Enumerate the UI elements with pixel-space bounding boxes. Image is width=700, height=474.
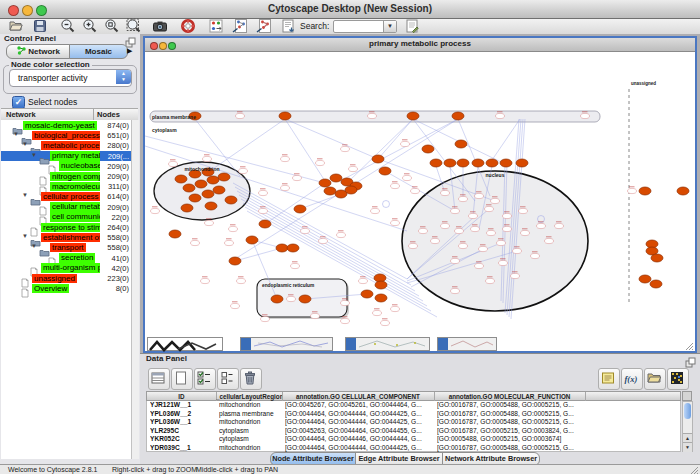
network-node-selected-color[interactable] [375, 281, 387, 289]
scroll-down-button[interactable]: ▼ [683, 442, 692, 452]
network-node[interactable] [169, 161, 178, 166]
network-node[interactable] [451, 208, 460, 213]
network-node-selected-color[interactable] [287, 244, 299, 252]
snapshot-icon[interactable] [150, 19, 170, 33]
zoom-selected-icon[interactable] [102, 19, 122, 33]
network-node-selected-color[interactable] [430, 159, 442, 167]
network-node[interactable] [519, 208, 528, 213]
search-input[interactable]: ▼ [333, 20, 397, 33]
network-node-selected-color[interactable] [195, 180, 207, 188]
network-node[interactable] [359, 278, 368, 283]
disclosure-arrow-icon[interactable]: ▼ [22, 233, 28, 239]
table-row[interactable]: YPL036W__2plasma membrane[GO:0044464, GO… [147, 410, 680, 419]
tree-row-overview[interactable]: Overview8(0) [1, 283, 131, 293]
network-node[interactable] [239, 168, 248, 173]
network-node-selected-color[interactable] [319, 179, 331, 187]
network-node-selected-color[interactable] [175, 175, 187, 183]
network-node[interactable] [496, 113, 505, 118]
network-node-selected-color[interactable] [259, 220, 271, 228]
network-node-selected-color[interactable] [455, 140, 467, 148]
network-node-selected-color[interactable] [229, 257, 241, 265]
network-node[interactable] [229, 226, 238, 231]
network-node[interactable] [259, 208, 268, 213]
network-node[interactable] [531, 253, 540, 258]
network-node[interactable] [281, 156, 290, 161]
network-node[interactable] [431, 238, 440, 243]
column-header-id[interactable]: ID [147, 392, 217, 401]
network-node[interactable] [349, 166, 358, 171]
network-node-selected-color[interactable] [218, 173, 230, 181]
import-attributes-icon[interactable] [644, 368, 666, 390]
column-header-annotation-go-cellular-component[interactable]: annotation.GO CELLULAR_COMPONENT [282, 392, 435, 401]
attribute-matrix-icon[interactable] [667, 368, 689, 390]
network-node-selected-color[interactable] [279, 112, 291, 120]
network-node-selected-color[interactable] [375, 294, 387, 302]
tree-row-unassigned[interactable]: unassigned223(0) [1, 273, 131, 283]
network-node[interactable] [521, 230, 530, 235]
disclosure-arrow-icon[interactable]: ▼ [13, 131, 19, 137]
network-node-selected-color[interactable] [472, 159, 484, 167]
disclosure-arrow-icon[interactable]: ▼ [22, 192, 28, 198]
function-builder-icon[interactable]: f(x) [621, 368, 643, 390]
network-node[interactable] [469, 213, 478, 218]
delete-attribute-icon[interactable] [240, 368, 262, 390]
network-node[interactable] [537, 223, 546, 228]
tree-row-cellular-process[interactable]: ▼cellular process614(0) [1, 191, 131, 201]
network-node[interactable] [391, 183, 400, 188]
tree-row-mosaic-demo-yeast[interactable]: mosaic-demo-yeast874(0) [1, 120, 131, 130]
more-tabs-button[interactable]: ▶ [127, 47, 132, 55]
tree-row-establishment-of-lo[interactable]: ▼establishment of lo558(0) [1, 232, 131, 242]
new-network-from-selected-nodes-edges-icon[interactable] [254, 19, 274, 33]
network-node[interactable] [459, 243, 468, 248]
network-node[interactable] [391, 220, 400, 225]
network-node[interactable] [403, 175, 412, 180]
network-node[interactable] [628, 188, 637, 193]
network-node-selected-color[interactable] [183, 184, 195, 192]
network-node-selected-color[interactable] [407, 112, 419, 120]
network-node[interactable] [311, 313, 320, 318]
network-node-selected-color[interactable] [444, 159, 456, 167]
table-scrollbar[interactable]: ▲ ▼ [682, 401, 693, 452]
network-node[interactable] [475, 193, 484, 198]
table-row[interactable]: YKR052Ccytoplasm[GO:0044464, GO:0044446,… [147, 435, 680, 444]
column-header--cellularlayoutregion[interactable]: _cellularLayoutRegion [216, 392, 283, 401]
network-node-selected-color[interactable] [372, 155, 384, 163]
network-node-selected-color[interactable] [181, 204, 193, 212]
minimized-window-3[interactable] [345, 337, 430, 351]
tree-row-nucleobase-[interactable]: nucleobase-209(0) [1, 161, 131, 171]
network-node[interactable] [301, 228, 310, 233]
network-canvas[interactable]: plasma membrane cytoplasm mitochondrion … [145, 51, 695, 352]
scrollbar-thumb[interactable] [684, 403, 691, 419]
network-node[interactable] [401, 141, 410, 146]
tree-row-transport[interactable]: ▼transport558(0) [1, 242, 131, 252]
network-node[interactable] [319, 238, 328, 243]
network-node[interactable] [373, 310, 382, 315]
network-node[interactable] [225, 240, 234, 245]
network-node-selected-color[interactable] [189, 194, 201, 202]
network-node[interactable] [499, 260, 508, 265]
network-node[interactable] [419, 228, 428, 233]
network-node[interactable] [451, 288, 460, 293]
disclosure-arrow-icon[interactable]: ▼ [31, 152, 37, 158]
network-node[interactable] [441, 223, 450, 228]
attribute-table-header[interactable]: ID_cellularLayoutRegionannotation.GO CEL… [146, 391, 681, 401]
float-panel-icon[interactable] [685, 354, 696, 365]
attribute-table[interactable]: YJR121W__1mitochondrion[GO:0045267, GO:0… [146, 401, 681, 452]
select-attributes-icon[interactable] [194, 368, 216, 390]
column-header-annotation-go-molecular-function[interactable]: annotation.GO MOLECULAR_FUNCTION [434, 392, 586, 401]
network-node[interactable] [451, 258, 460, 263]
network-node[interactable] [236, 113, 245, 118]
network-node-selected-color[interactable] [457, 159, 469, 167]
node-color-dropdown[interactable]: transporter activity ▲▼ [9, 69, 132, 87]
network-node-selected-color[interactable] [639, 275, 651, 283]
minimized-window-4[interactable] [437, 337, 497, 351]
disclosure-arrow-icon[interactable]: ▼ [22, 141, 28, 147]
table-row[interactable]: YDR039C__1mitochondrion[GO:0044464, GO:0… [147, 444, 680, 453]
vizmapper-icon[interactable] [206, 19, 226, 33]
zoom-in-icon[interactable] [80, 19, 100, 33]
network-node-selected-color[interactable] [639, 187, 651, 195]
tree-row-cell-communicat[interactable]: cell communicat22(0) [1, 212, 131, 222]
new-network-from-selected-nodes-icon[interactable] [230, 19, 250, 33]
network-node-selected-color[interactable] [299, 295, 311, 303]
network-node[interactable] [479, 246, 488, 251]
